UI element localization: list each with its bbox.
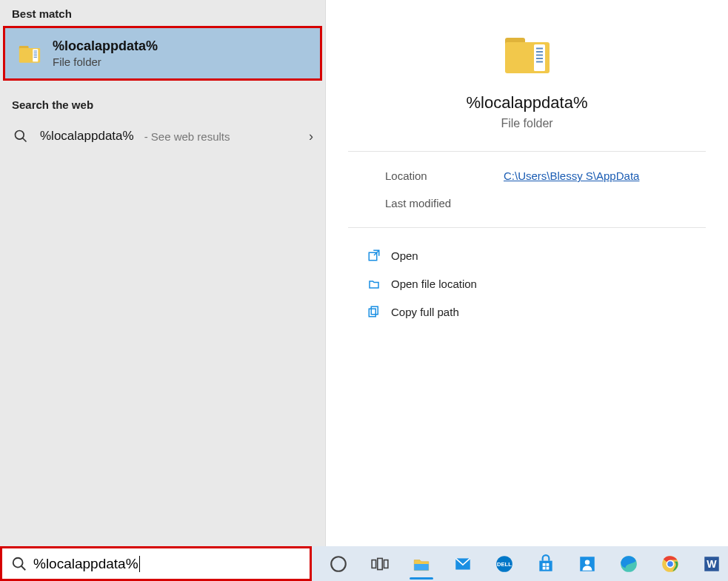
svg-point-41 xyxy=(667,561,673,567)
svg-rect-19 xyxy=(371,306,378,315)
svg-rect-4 xyxy=(34,53,37,53)
store-icon[interactable] xyxy=(530,546,562,581)
open-icon xyxy=(367,249,381,262)
svg-rect-20 xyxy=(369,309,375,317)
edge-icon[interactable] xyxy=(612,546,645,581)
svg-rect-34 xyxy=(543,566,546,569)
svg-rect-31 xyxy=(539,560,552,571)
svg-rect-3 xyxy=(34,50,37,51)
dell-icon[interactable]: DELL xyxy=(488,546,521,581)
svg-rect-24 xyxy=(372,560,375,568)
search-icon xyxy=(12,127,30,145)
meta-location-key: Location xyxy=(385,169,459,182)
preview-header: %localappdata% File folder xyxy=(348,0,706,152)
search-results-panel: Best match %localappdata% File folder Se… xyxy=(0,0,326,546)
folder-icon xyxy=(17,41,42,66)
svg-point-37 xyxy=(585,560,590,565)
svg-rect-32 xyxy=(543,562,546,565)
svg-rect-14 xyxy=(536,51,543,53)
meta-location-row: Location C:\Users\Blessy S\AppData xyxy=(385,169,684,182)
action-copy-path[interactable]: Copy full path xyxy=(363,298,706,326)
taskview-icon[interactable] xyxy=(364,546,396,581)
taskbar-icons: DELL W xyxy=(322,546,728,581)
best-match-type: File folder xyxy=(53,56,158,68)
best-match-header: Best match xyxy=(0,0,325,26)
svg-rect-7 xyxy=(34,57,37,58)
folder-icon-large xyxy=(501,27,554,80)
best-match-text: %localappdata% File folder xyxy=(53,38,158,68)
svg-point-23 xyxy=(331,557,346,571)
web-result-hint: - See web results xyxy=(144,130,230,143)
action-open-label: Open xyxy=(391,249,418,262)
action-copy-path-label: Copy full path xyxy=(391,306,459,318)
svg-text:DELL: DELL xyxy=(497,561,512,568)
meta-location-value[interactable]: C:\Users\Blessy S\AppData xyxy=(504,169,639,182)
preview-panel: %localappdata% File folder Location C:\U… xyxy=(326,0,728,546)
mail-icon[interactable] xyxy=(447,546,479,581)
preview-subtitle: File folder xyxy=(501,117,552,130)
svg-point-8 xyxy=(16,131,24,140)
web-result-row[interactable]: %localappdata% - See web results › xyxy=(0,120,325,152)
svg-rect-17 xyxy=(536,61,543,63)
actions-section: Open Open file location Copy full path xyxy=(326,228,728,339)
svg-rect-35 xyxy=(547,566,550,569)
chrome-icon[interactable] xyxy=(654,546,687,581)
svg-rect-15 xyxy=(536,55,543,56)
svg-line-9 xyxy=(23,138,27,142)
svg-rect-13 xyxy=(536,48,543,50)
word-icon[interactable]: W xyxy=(695,546,728,581)
taskbar-search[interactable]: %localappdata% xyxy=(0,546,312,581)
people-icon[interactable] xyxy=(571,546,604,581)
svg-text:W: W xyxy=(707,558,717,570)
action-open[interactable]: Open xyxy=(363,241,706,269)
svg-rect-5 xyxy=(34,54,37,55)
best-match-result[interactable]: %localappdata% File folder xyxy=(3,26,322,81)
open-location-icon xyxy=(367,277,381,290)
svg-rect-6 xyxy=(34,56,37,56)
taskbar: %localappdata% DELL W xyxy=(0,546,728,581)
svg-rect-16 xyxy=(536,58,543,59)
copy-icon xyxy=(367,305,381,318)
action-open-location[interactable]: Open file location xyxy=(363,269,706,298)
chevron-right-icon: › xyxy=(309,129,313,144)
svg-rect-26 xyxy=(384,560,387,568)
meta-modified-row: Last modified xyxy=(385,197,684,209)
metadata-section: Location C:\Users\Blessy S\AppData Last … xyxy=(348,152,706,228)
preview-title: %localappdata% xyxy=(467,93,588,112)
meta-modified-key: Last modified xyxy=(385,197,459,209)
svg-rect-25 xyxy=(378,558,383,569)
cortana-icon[interactable] xyxy=(322,546,355,581)
svg-rect-33 xyxy=(547,562,550,565)
svg-rect-27 xyxy=(414,564,429,571)
file-explorer-icon[interactable] xyxy=(405,546,438,581)
web-result-label: %localappdata% xyxy=(40,129,134,144)
action-open-location-label: Open file location xyxy=(391,278,477,290)
web-header: Search the web xyxy=(0,91,325,117)
best-match-name: %localappdata% xyxy=(53,38,158,54)
